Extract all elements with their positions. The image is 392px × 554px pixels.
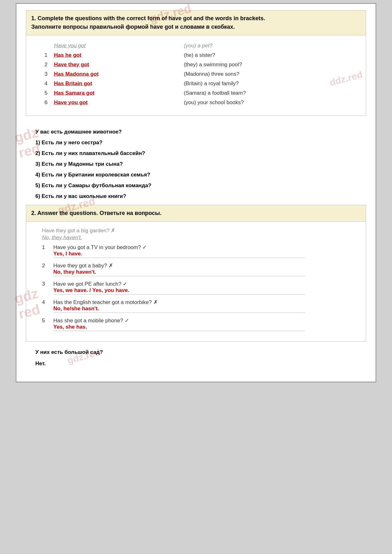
ex1-bracket-4: (Britain) a royal family? xyxy=(181,79,356,88)
ex1-trans-6: 6) Есть ли у вас школьные книги? xyxy=(35,191,357,202)
ex2-box: Have they got a big garden? ✗ No, they h… xyxy=(26,222,366,342)
ex2-question-line-1: 1 Have you got a TV in your bedroom? ✓ xyxy=(42,244,356,251)
ex1-answer-3: Has Madonna got xyxy=(51,69,181,79)
ex1-translations: У вас есть домашнее животное? 1) Есть ли… xyxy=(26,122,366,205)
ex2-num-5: 5 xyxy=(42,318,51,324)
ex1-answer-2: Have they got xyxy=(51,60,181,69)
ex1-row-6: 6 Have you got (you) your school books? xyxy=(42,98,356,107)
ex1-trans-5: 5) Есть ли у Самары футбольная команда? xyxy=(35,180,357,191)
ex1-row-5: 5 Has Samara got (Samara) a football tea… xyxy=(42,88,356,98)
ex2-row-5: 5 Has she got a mobile phone? ✓ Yes, she… xyxy=(42,317,356,333)
ex2-row-2: 2 Have they got a baby? ✗ No, they haven… xyxy=(42,262,356,278)
ex2-row-1: 1 Have you got a TV in your bedroom? ✓ Y… xyxy=(42,244,356,260)
page: gdz.red ddz.red gdzred gdz.red gdzred gd… xyxy=(16,3,376,382)
ex1-trans-3: 3) Есть ли у Мадонны три сына? xyxy=(35,159,357,170)
ex1-answer-1: Has he got xyxy=(51,51,181,60)
ex1-bracket-1: (he) a sister? xyxy=(181,51,356,60)
ex2-row-3: 3 Have we got PE after lunch? ✓ Yes, we … xyxy=(42,281,356,296)
ex1-num-3: 3 xyxy=(42,69,51,79)
ex2-question-2: Have they got a baby? ✗ xyxy=(53,262,113,269)
ex1-header-ru: Заполните вопросы правильной формой have… xyxy=(31,24,235,30)
ex1-row-2: 2 Have they got (they) a swimming pool? xyxy=(42,60,356,69)
ex1-num-6: 6 xyxy=(42,98,51,107)
ex1-example-bracket: (you) a pet? xyxy=(181,41,356,51)
ex2-question-4: Has the English teacher got a motorbike?… xyxy=(53,299,158,306)
ex1-row-1: 1 Has he got (he) a sister? xyxy=(42,51,356,60)
ex2-num-2: 2 xyxy=(42,263,51,269)
ex1-num-1: 1 xyxy=(42,51,51,60)
ex2-header: 2. Answer the questions. Ответьте на воп… xyxy=(26,205,366,222)
ex2-example-answer: No, they haven't. xyxy=(42,235,356,241)
ex2-answer-4: No, he/she hasn't. xyxy=(53,306,305,313)
ex1-example-row: Have you got (you) a pet? xyxy=(42,41,356,51)
ex1-trans-4: 4) Есть ли у Британии королевская семья? xyxy=(35,170,357,180)
ex1-trans-1: 1) Есть ли у него сестра? xyxy=(35,137,357,148)
ex1-row-3: 3 Has Madonna got (Madonna) three sons? xyxy=(42,69,356,79)
ex1-bracket-2: (they) a swimming pool? xyxy=(181,60,356,69)
ex1-num-5: 5 xyxy=(42,88,51,98)
ex2-num-1: 1 xyxy=(42,244,51,251)
ex2-question-1: Have you got a TV in your bedroom? ✓ xyxy=(53,244,147,251)
ex2-answer-1: Yes, I have. xyxy=(53,251,305,258)
ex2-question-5: Has she got a mobile phone? ✓ xyxy=(53,317,129,324)
ex1-bracket-5: (Samara) a football team? xyxy=(181,88,356,98)
ex1-bracket-3: (Madonna) three sons? xyxy=(181,69,356,79)
ex1-num-2: 2 xyxy=(42,60,51,69)
ex1-num-4: 4 xyxy=(42,79,51,88)
ex1-table: Have you got (you) a pet? 1 Has he got (… xyxy=(42,41,356,107)
ex1-trans-0: У вас есть домашнее животное? xyxy=(35,127,357,137)
ex1-row-4: 4 Has Britain got (Britain) a royal fami… xyxy=(42,79,356,88)
ex1-answer-5: Has Samara got xyxy=(51,88,181,98)
ex2-question-line-5: 5 Has she got a mobile phone? ✓ xyxy=(42,317,356,324)
ex1-example-answer: Have you got xyxy=(51,41,181,51)
ex1-answer-4: Has Britain got xyxy=(51,79,181,88)
ex2-answer-3: Yes, we have. / Yes, you have. xyxy=(53,287,305,295)
ex2-header-text: 2. Answer the questions. Ответьте на воп… xyxy=(31,210,162,216)
ex2-num-3: 3 xyxy=(42,281,51,287)
ex1-example-num xyxy=(42,41,51,51)
ex1-trans-2: 2) Есть ли у них плавательный бассейн? xyxy=(35,148,357,159)
ex2-answer-2: No, they haven't. xyxy=(53,269,305,276)
ex2-question-3: Have we got PE after lunch? ✓ xyxy=(53,281,127,287)
ex2-num-4: 4 xyxy=(42,299,51,306)
ex1-box: Have you got (you) a pet? 1 Has he got (… xyxy=(26,35,366,116)
ex1-answer-6: Have you got xyxy=(51,98,181,107)
ex2-example-question: Have they got a big garden? ✗ xyxy=(42,227,356,234)
ex2-trans-1: Нет. xyxy=(35,358,357,369)
ex2-question-line-3: 3 Have we got PE after lunch? ✓ xyxy=(42,281,356,287)
ex1-header-en: 1. Complete the questions with the corre… xyxy=(31,15,265,21)
ex2-question-line-4: 4 Has the English teacher got a motorbik… xyxy=(42,299,356,306)
ex2-question-line-2: 2 Have they got a baby? ✗ xyxy=(42,262,356,269)
ex2-trans-0: У них есть большой сад? xyxy=(35,347,357,358)
ex2-translations: У них есть большой сад? Нет. xyxy=(26,342,366,372)
ex1-bracket-6: (you) your school books? xyxy=(181,98,356,107)
ex2-answer-5: Yes, she has. xyxy=(53,324,305,331)
ex1-header: 1. Complete the questions with the corre… xyxy=(26,10,366,35)
ex2-row-4: 4 Has the English teacher got a motorbik… xyxy=(42,299,356,315)
